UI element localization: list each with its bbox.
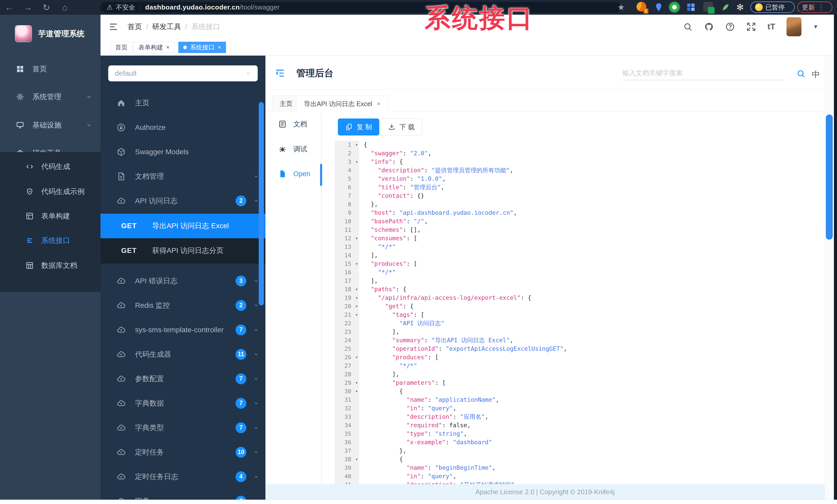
tag-0[interactable]: 首页: [110, 42, 132, 53]
sidebar-item-0[interactable]: 首页: [0, 56, 101, 82]
fold-icon[interactable]: ▾: [355, 234, 358, 243]
close-tag-icon[interactable]: ×: [218, 44, 221, 51]
user-avatar[interactable]: [786, 17, 801, 36]
paused-button[interactable]: 已暂停: [750, 2, 795, 13]
copy-button[interactable]: 复 制: [338, 118, 379, 135]
address-bar[interactable]: ⚠ 不安全 dashboard.yudao.iocoder.cn/tool/sw…: [101, 2, 621, 13]
fold-icon[interactable]: ▾: [355, 285, 358, 294]
api-group-item-2[interactable]: Swagger Models: [101, 139, 265, 164]
submenu-item-0[interactable]: 代码生成: [0, 154, 101, 179]
line-number[interactable]: 18▾: [335, 285, 359, 294]
main-scrollbar-thumb[interactable]: [826, 115, 833, 240]
bookmark-star-icon[interactable]: ★: [618, 2, 625, 12]
line-number[interactable]: 13: [335, 243, 359, 251]
line-number[interactable]: 35: [335, 430, 359, 438]
line-number[interactable]: 10: [335, 217, 359, 226]
close-tag-icon[interactable]: ×: [166, 44, 170, 51]
line-number[interactable]: 17: [335, 277, 359, 285]
line-number[interactable]: 36: [335, 438, 359, 447]
font-size-icon[interactable]: tT: [767, 22, 775, 32]
doc-tab-0[interactable]: 主页: [272, 95, 300, 112]
api-group-item-11[interactable]: 参数配置 7: [101, 367, 265, 391]
line-number[interactable]: 28: [335, 370, 359, 378]
language-toggle[interactable]: 中: [812, 69, 820, 80]
breadcrumb-item-0[interactable]: 首页: [128, 22, 142, 32]
api-group-item-3[interactable]: 文档管理: [101, 164, 265, 188]
operation-active[interactable]: GET导出API 访问日志 Excel: [101, 213, 265, 238]
fullscreen-icon[interactable]: [746, 22, 756, 32]
hamburger-icon[interactable]: [109, 22, 118, 32]
submenu-item-1[interactable]: 代码生成示例: [0, 179, 101, 204]
breadcrumb-item-1[interactable]: 研发工具: [152, 22, 181, 32]
reload-icon[interactable]: ↻: [37, 2, 56, 13]
extension-leaf-icon[interactable]: [721, 3, 730, 12]
line-number[interactable]: 27: [335, 361, 359, 370]
collapse-sidebar-icon[interactable]: [275, 68, 285, 78]
api-group-item-10[interactable]: 代码生成器 11: [101, 342, 265, 367]
line-number[interactable]: 22: [335, 319, 359, 328]
line-number[interactable]: 8: [335, 200, 359, 209]
line-number[interactable]: 38▾: [335, 455, 359, 464]
submenu-item-4[interactable]: 数据库文档: [0, 253, 101, 278]
fold-icon[interactable]: ▾: [355, 260, 358, 268]
line-number[interactable]: 4: [335, 166, 359, 174]
tag-1[interactable]: 表单构建 ×: [133, 42, 175, 53]
update-button[interactable]: 更新 ⋮: [797, 2, 832, 13]
api-group-item-16[interactable]: 字典 7: [101, 489, 265, 500]
api-group-item-8[interactable]: Redis 监控 2: [101, 293, 265, 318]
line-number[interactable]: 33: [335, 413, 359, 421]
extension-orange-icon[interactable]: 1: [637, 2, 646, 13]
line-number[interactable]: 3▾: [335, 157, 359, 166]
line-number[interactable]: 37: [335, 447, 359, 455]
github-icon[interactable]: [704, 22, 714, 32]
doc-nav-open[interactable]: Open: [278, 170, 310, 178]
line-number[interactable]: 2: [335, 149, 359, 157]
home-icon[interactable]: ⌂: [56, 2, 74, 12]
help-icon[interactable]: [725, 22, 735, 32]
extension-paw-icon[interactable]: ✻: [736, 2, 744, 12]
line-number[interactable]: 1▾: [335, 141, 359, 149]
line-number[interactable]: 23: [335, 328, 359, 336]
line-number[interactable]: 12▾: [335, 234, 359, 243]
fold-icon[interactable]: ▾: [355, 387, 358, 396]
swagger-json-editor[interactable]: 1▾ { 2 "swagger": "2.0", 3▾ "info": { 4 …: [335, 141, 824, 500]
fold-icon[interactable]: ▾: [355, 311, 358, 319]
sidebar-scrollbar[interactable]: [259, 102, 264, 305]
api-group-item-15[interactable]: 定时任务日志 4: [101, 464, 265, 489]
api-group-item-13[interactable]: 字典类型 7: [101, 415, 265, 440]
line-number[interactable]: 14: [335, 251, 359, 260]
download-button[interactable]: 下 载: [380, 118, 422, 135]
fold-icon[interactable]: ▾: [355, 302, 358, 311]
extension-grid-icon[interactable]: [686, 2, 696, 12]
line-number[interactable]: 34: [335, 421, 359, 430]
doc-search-input[interactable]: [622, 66, 785, 80]
extension-green-icon[interactable]: [669, 2, 679, 12]
api-group-item-0[interactable]: 主页: [101, 91, 265, 115]
line-number[interactable]: 32: [335, 404, 359, 413]
api-group-item-1[interactable]: Authorize: [101, 115, 265, 139]
fold-icon[interactable]: ▾: [355, 353, 358, 361]
line-number[interactable]: 21▾: [335, 311, 359, 319]
fold-icon[interactable]: ▾: [355, 455, 358, 464]
extension-dark-icon[interactable]: [703, 2, 713, 13]
avatar-caret-icon[interactable]: ▼: [813, 23, 818, 30]
close-tab-icon[interactable]: ×: [377, 100, 380, 107]
line-number[interactable]: 6: [335, 183, 359, 192]
line-number[interactable]: 9: [335, 209, 359, 217]
breadcrumb-item-2[interactable]: 系统接口: [192, 22, 220, 32]
forward-icon[interactable]: →: [19, 2, 37, 12]
fold-icon[interactable]: ▾: [355, 294, 358, 302]
line-number[interactable]: 30▾: [335, 387, 359, 396]
browser-menu-icon[interactable]: ⋮: [817, 3, 825, 12]
line-number[interactable]: 25: [335, 344, 359, 353]
fold-icon[interactable]: ▾: [355, 378, 358, 387]
line-number[interactable]: 7: [335, 192, 359, 200]
line-number[interactable]: 26▾: [335, 353, 359, 361]
app-logo[interactable]: 芋道管理系统: [0, 18, 101, 49]
api-group-item-7[interactable]: API 错误日志 3: [101, 268, 265, 293]
api-group-select[interactable]: default: [108, 66, 258, 81]
operation-item[interactable]: GET获得API 访问日志分页: [101, 238, 265, 263]
doc-nav--[interactable]: 调试: [278, 145, 307, 154]
api-group-item-12[interactable]: 字典数据 7: [101, 391, 265, 415]
tag-2[interactable]: 系统接口 ×: [178, 42, 226, 53]
